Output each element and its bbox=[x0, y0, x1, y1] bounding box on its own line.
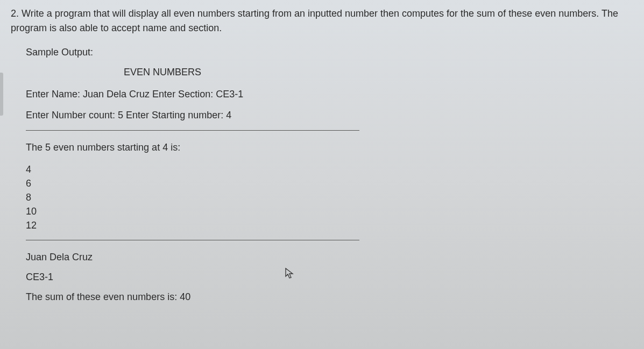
footer-sum: The sum of these even numbers is: 40 bbox=[26, 290, 633, 304]
program-title: EVEN NUMBERS bbox=[11, 65, 633, 80]
number-item: 10 bbox=[26, 204, 633, 218]
number-item: 4 bbox=[26, 162, 633, 176]
left-edge-tab bbox=[0, 73, 3, 116]
input-prompt-line-2: Enter Number count: 5 Enter Starting num… bbox=[11, 108, 633, 123]
footer-section: CE3-1 bbox=[26, 270, 633, 284]
number-item: 12 bbox=[26, 218, 633, 232]
question-body: Write a program that will display all ev… bbox=[11, 8, 618, 33]
result-label: The 5 even numbers starting at 4 is: bbox=[11, 140, 633, 155]
question-prompt: 2. Write a program that will display all… bbox=[11, 6, 633, 35]
number-item: 6 bbox=[26, 176, 633, 190]
footer-block: Juan Dela Cruz CE3-1 The sum of these ev… bbox=[11, 250, 633, 304]
footer-name: Juan Dela Cruz bbox=[26, 250, 633, 265]
question-number: 2. bbox=[11, 8, 19, 19]
sample-output-label: Sample Output: bbox=[11, 45, 633, 60]
input-prompt-line-1: Enter Name: Juan Dela Cruz Enter Section… bbox=[11, 87, 633, 102]
even-numbers-list: 4 6 8 10 12 bbox=[11, 162, 633, 232]
number-item: 8 bbox=[26, 190, 633, 204]
divider-1 bbox=[26, 130, 359, 131]
divider-2 bbox=[26, 240, 359, 240]
